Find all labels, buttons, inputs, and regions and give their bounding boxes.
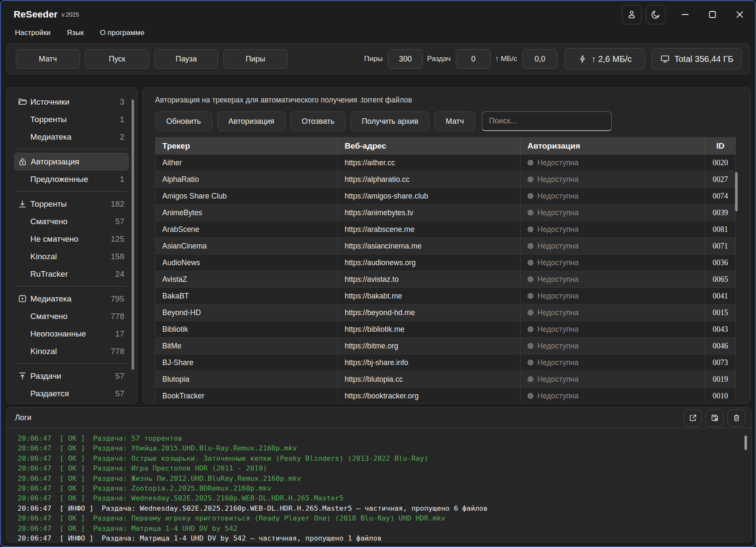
sidebar-item-авторизация[interactable]: Авторизация	[14, 153, 129, 170]
menu-item-язык[interactable]: Язык	[62, 26, 88, 40]
log-tag: [ OK ]	[59, 454, 85, 462]
sidebar-item-label: Kinozal	[30, 347, 57, 356]
log-tag: [ OK ]	[59, 494, 85, 502]
status-dot-icon	[527, 276, 533, 282]
tracker-status-cell: Недоступна	[521, 171, 705, 188]
sidebar-item-label: Раздается	[30, 389, 69, 398]
sidebar-item-не-сматчено[interactable]: Не сматчено125	[14, 230, 129, 248]
table-row[interactable]: Bibliotikhttps://bibliotik.meНедоступна0…	[155, 321, 735, 338]
maximize-button[interactable]	[704, 6, 721, 23]
tracker-status-cell: Недоступна	[521, 205, 705, 221]
log-line: 20:06:47[ OK ]Раздача: Игра Престолов HD…	[18, 463, 751, 473]
clear-logs-button[interactable]	[727, 410, 745, 427]
action-button-матч[interactable]: Матч	[434, 111, 475, 131]
action-button-авторизация[interactable]: Авторизация	[217, 111, 286, 131]
tracker-id-cell: 0071	[705, 238, 735, 254]
close-button[interactable]	[731, 6, 748, 23]
table-row[interactable]: Amigos Share Clubhttps://amigos-share.cl…	[155, 188, 735, 205]
table-row[interactable]: Blutopiahttps://blutopia.ccНедоступна001…	[155, 371, 735, 388]
table-row[interactable]: AvistaZhttps://avistaz.toНедоступна0065	[155, 271, 735, 288]
log-line: 20:06:47[ OK ]Раздача: Убийца.2015.UHD.B…	[18, 443, 751, 453]
tracker-url-cell: https://bj-share.info	[338, 354, 521, 371]
action-button-получить-архив[interactable]: Получить архив	[351, 111, 430, 131]
table-row[interactable]: Beyond-HDhttps://beyond-hd.meНедоступна0…	[155, 304, 735, 321]
toolbar-button-пауза[interactable]: Пауза	[154, 49, 218, 69]
toolbar-button-пиры[interactable]: Пиры	[223, 49, 287, 69]
log-line: 20:06:47[ OK ]Раздача: Острые козырьки. …	[18, 453, 751, 463]
log-line: 20:06:47[ OK ]Раздача: Wednesday.S02E.20…	[18, 493, 751, 503]
open-logs-button[interactable]	[684, 410, 702, 427]
log-timestamp: 20:06:47	[18, 464, 51, 472]
user-button[interactable]	[622, 5, 642, 24]
sidebar-item-предложенные[interactable]: Предложенные1	[14, 170, 129, 188]
sidebar-item-label: Авторизация	[31, 157, 79, 167]
speed-limit-input[interactable]	[522, 49, 557, 69]
status-label: Недоступна	[537, 258, 579, 267]
tracker-id-cell: 0027	[705, 171, 735, 188]
sidebar-item-неопознанные[interactable]: Неопознанные17	[14, 325, 129, 342]
seeds-input[interactable]	[456, 49, 491, 69]
table-row[interactable]: AsianCinemahttps://asiancinema.meНедосту…	[155, 238, 735, 254]
tracker-url-cell: https://alpharatio.cc	[338, 171, 521, 188]
tracker-name-cell: BakaBT	[155, 288, 338, 304]
app-version: v.2025	[62, 11, 79, 18]
minimize-button[interactable]	[677, 6, 694, 23]
toolbar-button-матч[interactable]: Матч	[16, 49, 80, 69]
main-panel: Авторизация на трекерах для автоматическ…	[143, 88, 751, 404]
sidebar-item-торренты[interactable]: Торренты1	[14, 111, 129, 128]
sidebar-item-rutracker[interactable]: RuTracker24	[14, 265, 129, 283]
upload-rate-button[interactable]: ↑ 2,6 МБ/с	[564, 48, 645, 70]
log-message: Раздача: Zootopia.2.2025.BDRemux.2160p.m…	[93, 484, 271, 492]
total-size-button[interactable]: Total 356,44 ГБ	[651, 48, 742, 70]
tracker-name-cell: Aither	[155, 155, 338, 171]
sidebar-item-медиатека[interactable]: Медиатека2	[14, 128, 129, 146]
log-tag: [ OK ]	[59, 474, 85, 483]
sidebar-item-kinozal[interactable]: Kinozal158	[14, 248, 129, 265]
sidebar-item-медиатека[interactable]: Медиатека795	[14, 290, 129, 307]
log-timestamp: 20:06:47	[18, 454, 51, 462]
table-row[interactable]: BitMehttps://bitme.orgНедоступна0046	[155, 338, 735, 354]
tracker-url-cell: https://amigos-share.club	[338, 188, 521, 205]
log-message: Раздача: Острые козырьки. Заточенные кеп…	[93, 454, 428, 462]
table-row[interactable]: Aitherhttps://aither.ccНедоступна0020	[155, 155, 735, 171]
log-timestamp: 20:06:47	[18, 444, 51, 452]
sidebar-item-торренты[interactable]: Торренты182	[14, 195, 129, 213]
sidebar-item-kinozal[interactable]: Kinozal778	[14, 342, 129, 360]
sidebar-item-раздается[interactable]: Раздается57	[14, 385, 129, 402]
table-header: ТрекерВеб-адресАвторизацияID	[155, 137, 735, 155]
log-line: 20:06:47[ OK ]Раздача: Zootopia.2.2025.B…	[18, 483, 751, 493]
log-scrollbar-thumb[interactable]	[744, 436, 747, 450]
menu-item-о-программе[interactable]: О программе	[95, 26, 149, 40]
tracker-url-cell: https://asiancinema.me	[338, 238, 521, 254]
log-tag: [ ИНФО ]	[59, 534, 93, 542]
tracker-name-cell: AvistaZ	[155, 271, 338, 288]
table-row[interactable]: BakaBThttps://bakabt.meНедоступна0041	[155, 288, 735, 304]
peers-input[interactable]	[388, 49, 423, 69]
table-row[interactable]: AnimeByteshttps://animebytes.tvНедоступн…	[155, 205, 735, 221]
save-logs-button[interactable]	[706, 410, 724, 427]
save-icon	[710, 413, 719, 422]
table-row[interactable]: AudioNewshttps://audionews.orgНедоступна…	[155, 254, 735, 271]
toolbar-button-пуск[interactable]: Пуск	[85, 49, 149, 69]
menu-item-настройки[interactable]: Настройки	[10, 26, 55, 40]
table-scrollbar-thumb[interactable]	[735, 172, 738, 211]
log-message: Раздача: Игра Престолов HDR (2011 - 2019…	[93, 464, 267, 472]
sidebar-item-сматчено[interactable]: Сматчено778	[14, 307, 129, 325]
action-button-отозвать[interactable]: Отозвать	[290, 111, 346, 131]
sidebar-item-count: 3	[120, 97, 124, 107]
action-button-обновить[interactable]: Обновить	[155, 111, 212, 131]
log-message: Раздача: 57 торрентов	[93, 434, 182, 442]
sidebar-item-сматчено[interactable]: Сматчено57	[14, 213, 129, 230]
sidebar-item-раздачи[interactable]: Раздачи57	[14, 367, 129, 385]
table-row[interactable]: ArabScenehttps://arabscene.meНедоступна0…	[155, 221, 735, 238]
tracker-status-cell: Недоступна	[521, 271, 705, 288]
table-row[interactable]: BJ-Sharehttps://bj-share.infoНедоступна0…	[155, 354, 735, 371]
sidebar-scrollbar-thumb[interactable]	[132, 99, 134, 370]
theme-toggle-button[interactable]	[646, 5, 665, 24]
log-tag: [ OK ]	[59, 464, 85, 472]
search-input[interactable]	[482, 111, 612, 131]
table-row[interactable]: AlphaRatiohttps://alpharatio.ccНедоступн…	[155, 171, 735, 188]
table-row[interactable]: BookTrackerhttps://booktracker.orgНедост…	[155, 388, 735, 404]
sidebar-item-источники[interactable]: Источники3	[14, 93, 129, 111]
media-icon	[18, 294, 30, 304]
